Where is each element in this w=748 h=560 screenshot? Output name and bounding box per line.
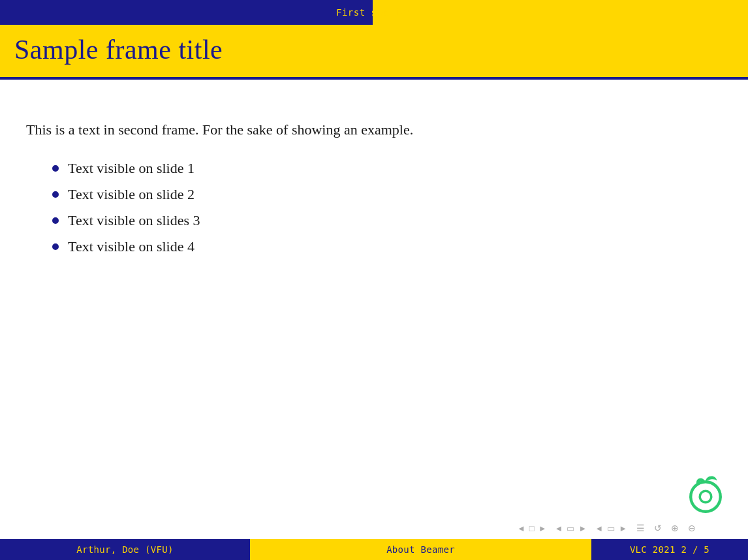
footer-author: Arthur, Doe (VFU) [0, 544, 250, 555]
bullet-text-2: Text visible on slide 2 [68, 186, 195, 203]
nav-refresh-icon[interactable]: ↺ [654, 523, 662, 534]
footer-bar: Arthur, Doe (VFU) About Beamer VLC 2021 … [0, 539, 748, 560]
svg-point-0 [691, 482, 721, 512]
nav-next-section-icon[interactable]: ► [578, 523, 587, 534]
nav-separator-1: □ [529, 523, 535, 534]
list-item: Text visible on slide 2 [52, 186, 722, 203]
svg-point-1 [700, 491, 711, 503]
nav-controls: ◄ □ ► ◄ ▭ ► ◄ ▭ ► ☰ ↺ ⊕ ⊖ [517, 523, 696, 534]
bullet-dot-2 [52, 191, 59, 198]
nav-zoom-out-icon[interactable]: ⊖ [688, 523, 696, 534]
bullet-dot-1 [52, 165, 59, 172]
bullet-list: Text visible on slide 1 Text visible on … [26, 160, 722, 255]
logo-area [683, 469, 728, 518]
section-label: First section [0, 7, 748, 18]
nav-prev-subsection-icon[interactable]: ◄ [595, 523, 603, 534]
nav-prev-frame-icon[interactable]: ◄ [517, 523, 525, 534]
body-text: This is a text in second frame. For the … [26, 119, 722, 140]
bullet-text-1: Text visible on slide 1 [68, 160, 195, 177]
nav-subsection-box: ▭ [607, 523, 615, 534]
header-bar: First section [0, 0, 748, 25]
list-item: Text visible on slide 1 [52, 160, 722, 177]
list-item: Text visible on slides 3 [52, 212, 722, 229]
list-item: Text visible on slide 4 [52, 238, 722, 255]
nav-next-frame-icon[interactable]: ► [538, 523, 547, 534]
bullet-text-4: Text visible on slide 4 [68, 238, 195, 255]
title-bar: Sample frame title [0, 25, 748, 77]
main-content: This is a text in second frame. For the … [0, 80, 748, 277]
bullet-dot-3 [52, 217, 59, 224]
nav-next-subsection-icon[interactable]: ► [619, 523, 627, 534]
slide-title: Sample frame title [14, 34, 734, 65]
bullet-dot-4 [52, 243, 59, 250]
beamer-logo-icon [683, 469, 728, 515]
nav-menu-icon[interactable]: ☰ [636, 523, 645, 534]
footer-title: About Beamer [250, 539, 591, 560]
bullet-text-3: Text visible on slides 3 [68, 212, 200, 229]
nav-section-box: ▭ [567, 523, 574, 534]
footer-info: VLC 2021 2 / 5 [591, 539, 748, 560]
nav-zoom-in-icon[interactable]: ⊕ [671, 523, 679, 534]
nav-prev-section-icon[interactable]: ◄ [555, 523, 563, 534]
